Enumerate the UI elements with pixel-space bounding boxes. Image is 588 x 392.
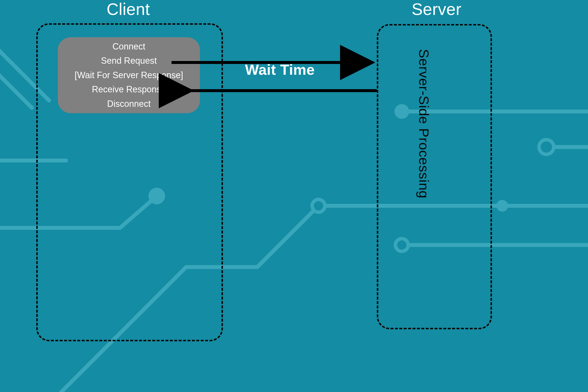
step-receive: Receive Response — [92, 84, 166, 96]
step-connect: Connect — [112, 41, 145, 53]
server-box — [377, 24, 492, 329]
step-send: Send Request — [101, 55, 157, 67]
svg-point-3 — [539, 140, 554, 154]
step-disconnect: Disconnect — [107, 98, 151, 110]
client-steps-panel: Connect Send Request [Wait For Server Re… — [58, 37, 200, 113]
svg-point-5 — [496, 200, 508, 212]
diagram-canvas: Client Server Connect Send Request [Wait… — [0, 0, 588, 392]
client-title: Client — [106, 0, 150, 18]
server-side-processing-label: Server-Side Processing — [416, 49, 431, 299]
step-wait: [Wait For Server Response] — [75, 69, 183, 81]
wait-time-label: Wait Time — [245, 61, 315, 78]
server-title: Server — [412, 0, 461, 18]
svg-point-1 — [312, 200, 325, 212]
